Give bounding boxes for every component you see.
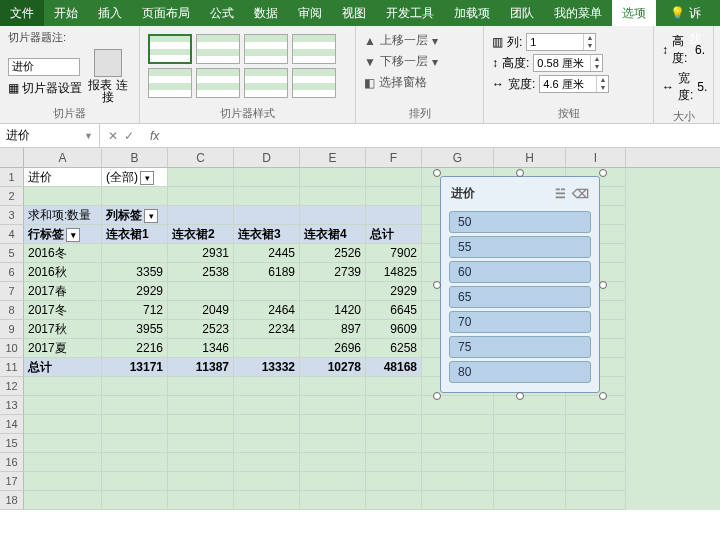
cell[interactable]: 2538 bbox=[168, 263, 234, 282]
cell[interactable] bbox=[422, 491, 494, 510]
spin-down-icon[interactable]: ▼ bbox=[596, 84, 608, 92]
tab-view[interactable]: 视图 bbox=[332, 0, 376, 26]
cell[interactable]: 2929 bbox=[366, 282, 422, 301]
row-header-12[interactable]: 12 bbox=[0, 377, 24, 396]
chevron-down-icon[interactable]: ▼ bbox=[84, 131, 93, 141]
fx-icon[interactable]: fx bbox=[142, 129, 167, 143]
cell[interactable] bbox=[566, 434, 626, 453]
cell[interactable]: 1346 bbox=[168, 339, 234, 358]
cell[interactable]: 14825 bbox=[366, 263, 422, 282]
row-header-1[interactable]: 1 bbox=[0, 168, 24, 187]
cell[interactable] bbox=[168, 472, 234, 491]
row-header-5[interactable]: 5 bbox=[0, 244, 24, 263]
row-header-2[interactable]: 2 bbox=[0, 187, 24, 206]
col-header-G[interactable]: G bbox=[422, 148, 494, 167]
row-header-7[interactable]: 7 bbox=[0, 282, 24, 301]
cell[interactable] bbox=[300, 491, 366, 510]
col-header-F[interactable]: F bbox=[366, 148, 422, 167]
cell[interactable] bbox=[366, 434, 422, 453]
multi-select-icon[interactable]: ☱ bbox=[555, 187, 566, 201]
slicer-settings-button[interactable]: ▦ 切片器设置 bbox=[8, 80, 82, 97]
cell[interactable]: 2216 bbox=[102, 339, 168, 358]
slicer-style-8[interactable] bbox=[292, 68, 336, 98]
cell[interactable] bbox=[168, 282, 234, 301]
cell[interactable] bbox=[24, 453, 102, 472]
slicer-style-2[interactable] bbox=[196, 34, 240, 64]
cell[interactable] bbox=[168, 168, 234, 187]
cell[interactable]: 2526 bbox=[300, 244, 366, 263]
col-header-C[interactable]: C bbox=[168, 148, 234, 167]
cell[interactable] bbox=[422, 434, 494, 453]
col-header-B[interactable]: B bbox=[102, 148, 168, 167]
cell[interactable] bbox=[234, 491, 300, 510]
dropdown-icon[interactable]: ▾ bbox=[432, 55, 438, 69]
cell[interactable]: 897 bbox=[300, 320, 366, 339]
tab-insert[interactable]: 插入 bbox=[88, 0, 132, 26]
cell[interactable] bbox=[234, 472, 300, 491]
cols-input[interactable] bbox=[527, 34, 583, 50]
cell[interactable] bbox=[494, 396, 566, 415]
cell[interactable] bbox=[366, 453, 422, 472]
cell[interactable] bbox=[566, 472, 626, 491]
cell[interactable] bbox=[300, 187, 366, 206]
cell[interactable]: 2017冬 bbox=[24, 301, 102, 320]
cell[interactable]: 2445 bbox=[234, 244, 300, 263]
slicer-caption-input[interactable] bbox=[8, 58, 80, 76]
spin-down-icon[interactable]: ▼ bbox=[583, 42, 595, 50]
cell[interactable]: 行标签▾ bbox=[24, 225, 102, 244]
cell[interactable] bbox=[102, 491, 168, 510]
cell[interactable] bbox=[24, 491, 102, 510]
cell[interactable] bbox=[168, 434, 234, 453]
col-header-E[interactable]: E bbox=[300, 148, 366, 167]
cell[interactable]: 48168 bbox=[366, 358, 422, 377]
row-header-11[interactable]: 11 bbox=[0, 358, 24, 377]
tab-review[interactable]: 审阅 bbox=[288, 0, 332, 26]
cell[interactable] bbox=[168, 396, 234, 415]
row-label-dropdown[interactable]: ▾ bbox=[66, 228, 80, 242]
tab-data[interactable]: 数据 bbox=[244, 0, 288, 26]
cell[interactable] bbox=[168, 453, 234, 472]
cell[interactable]: 2017夏 bbox=[24, 339, 102, 358]
cell[interactable] bbox=[234, 282, 300, 301]
cell[interactable] bbox=[366, 491, 422, 510]
cell[interactable] bbox=[102, 396, 168, 415]
cell[interactable]: 11387 bbox=[168, 358, 234, 377]
slicer-item[interactable]: 65 bbox=[449, 286, 591, 308]
cell[interactable] bbox=[168, 377, 234, 396]
cell[interactable]: 2739 bbox=[300, 263, 366, 282]
slicer-style-1[interactable] bbox=[148, 34, 192, 64]
clear-filter-icon[interactable]: ⌫ bbox=[572, 187, 589, 201]
filter-dropdown[interactable]: ▾ bbox=[140, 171, 154, 185]
cell[interactable]: 6189 bbox=[234, 263, 300, 282]
row-header-17[interactable]: 17 bbox=[0, 472, 24, 491]
cell[interactable] bbox=[494, 491, 566, 510]
cell[interactable]: 2696 bbox=[300, 339, 366, 358]
cell[interactable] bbox=[102, 377, 168, 396]
spin-down-icon[interactable]: ▼ bbox=[590, 63, 602, 71]
cell[interactable]: 总计 bbox=[366, 225, 422, 244]
cell[interactable]: 2523 bbox=[168, 320, 234, 339]
slicer-style-3[interactable] bbox=[244, 34, 288, 64]
row-header-15[interactable]: 15 bbox=[0, 434, 24, 453]
cell[interactable] bbox=[566, 396, 626, 415]
tab-team[interactable]: 团队 bbox=[500, 0, 544, 26]
cell[interactable] bbox=[234, 339, 300, 358]
cell[interactable] bbox=[234, 434, 300, 453]
cell[interactable]: 6645 bbox=[366, 301, 422, 320]
cell[interactable]: 进价 bbox=[24, 168, 102, 187]
cell[interactable] bbox=[234, 377, 300, 396]
slicer-style-4[interactable] bbox=[292, 34, 336, 64]
cell[interactable]: 列标签▾ bbox=[102, 206, 168, 225]
cell[interactable]: 3359 bbox=[102, 263, 168, 282]
row-header-6[interactable]: 6 bbox=[0, 263, 24, 282]
bring-forward-button[interactable]: ▲上移一层▾ bbox=[364, 30, 475, 51]
cell[interactable]: 7902 bbox=[366, 244, 422, 263]
cell[interactable]: 3955 bbox=[102, 320, 168, 339]
row-header-3[interactable]: 3 bbox=[0, 206, 24, 225]
cell[interactable] bbox=[366, 415, 422, 434]
tab-file[interactable]: 文件 bbox=[0, 0, 44, 26]
cell[interactable] bbox=[168, 187, 234, 206]
cell[interactable] bbox=[24, 377, 102, 396]
cell[interactable] bbox=[24, 434, 102, 453]
cell[interactable] bbox=[102, 453, 168, 472]
